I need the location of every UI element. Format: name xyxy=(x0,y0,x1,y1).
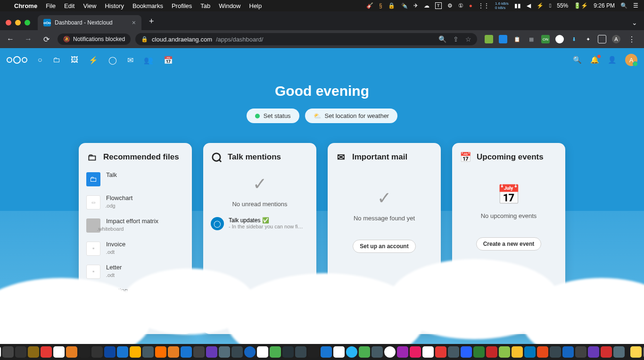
dock-app[interactable] xyxy=(575,346,586,358)
file-item[interactable]: ▭Flowchart.odg xyxy=(86,194,184,210)
dock-app[interactable] xyxy=(155,346,166,358)
sidepanel-icon[interactable] xyxy=(598,35,606,43)
dock-app[interactable] xyxy=(372,346,383,358)
nav-talk-icon[interactable]: ◯ xyxy=(108,56,117,65)
dock-app[interactable] xyxy=(473,346,485,358)
menubar-icon[interactable]: 🎸 xyxy=(366,2,373,9)
dock-app[interactable] xyxy=(53,346,65,358)
search-icon[interactable]: 🔍 xyxy=(573,56,582,64)
file-item[interactable]: Impact effort matrix.whiteboard xyxy=(86,218,184,233)
dock-app[interactable] xyxy=(613,346,625,358)
setup-account-button[interactable]: Set up an account xyxy=(353,240,415,253)
cloud-icon[interactable]: ☁ xyxy=(424,2,429,9)
dock-app[interactable] xyxy=(422,346,434,358)
nav-dashboard-icon[interactable]: ○ xyxy=(38,56,42,65)
dock-app[interactable] xyxy=(181,346,192,358)
dock-app[interactable] xyxy=(461,346,472,358)
set-status-button[interactable]: Set status xyxy=(247,109,299,123)
dock-app[interactable] xyxy=(321,346,332,358)
extension-icon[interactable] xyxy=(499,35,507,43)
dock-app[interactable] xyxy=(130,346,141,358)
contacts-menu-icon[interactable]: 👤 xyxy=(608,56,617,64)
dock-chrome[interactable] xyxy=(384,346,396,358)
menubar-icon[interactable]: ● xyxy=(469,2,472,9)
nav-calendar-icon[interactable]: 📅 xyxy=(164,56,173,65)
menubar-icon[interactable]: § xyxy=(379,2,382,9)
wifi-icon[interactable]: 􀙇 xyxy=(549,2,551,9)
menu-view[interactable]: View xyxy=(83,2,96,9)
dock-app[interactable] xyxy=(206,346,217,358)
dock-app[interactable] xyxy=(359,346,370,358)
nav-activity-icon[interactable]: ⚡ xyxy=(89,56,98,65)
nav-photos-icon[interactable]: 🖼 xyxy=(71,56,78,65)
profile-avatar[interactable]: A xyxy=(612,35,620,43)
dock-app[interactable] xyxy=(142,346,154,358)
spotlight-icon[interactable]: 🔍 xyxy=(620,2,627,9)
dock-app[interactable] xyxy=(79,346,90,358)
set-weather-button[interactable]: ⛅ Set location for weather xyxy=(305,109,398,123)
extension-icon[interactable]: 📋 xyxy=(513,35,521,43)
forward-button[interactable]: → xyxy=(22,35,35,43)
dock-app[interactable] xyxy=(397,346,408,358)
dock-app[interactable] xyxy=(346,346,357,358)
menu-tab[interactable]: Tab xyxy=(200,2,210,9)
dock-app[interactable] xyxy=(66,346,77,358)
lock-icon[interactable]: 🔒 xyxy=(388,2,395,9)
menu-bookmarks[interactable]: Bookmarks xyxy=(132,2,163,9)
nav-mail-icon[interactable]: ✉ xyxy=(127,56,133,65)
menubar-icon[interactable]: ① xyxy=(458,2,463,9)
menubar-icon[interactable]: ✒️ xyxy=(401,2,408,9)
dock-app[interactable] xyxy=(562,346,574,358)
extension-icon[interactable] xyxy=(555,35,564,43)
dock-app[interactable] xyxy=(333,346,345,358)
dock-app[interactable] xyxy=(231,346,243,358)
dock-finder[interactable] xyxy=(0,346,1,358)
address-bar[interactable]: 🔒 cloud.andraelang.com/apps/dashboard/ 🔍… xyxy=(135,33,477,45)
extensions-menu-icon[interactable]: ✦ xyxy=(584,35,592,43)
user-avatar[interactable]: A xyxy=(625,54,637,66)
dock-app[interactable] xyxy=(28,346,39,358)
back-button[interactable]: ← xyxy=(4,35,17,43)
dock-app[interactable] xyxy=(486,346,497,358)
dock-app[interactable] xyxy=(41,346,52,358)
menu-profiles[interactable]: Profiles xyxy=(172,2,192,9)
dock-app[interactable] xyxy=(630,346,642,358)
menubar-icon[interactable]: ⋮⋮ xyxy=(478,2,489,9)
window-maximize[interactable] xyxy=(25,20,30,25)
file-item[interactable]: 🗀Talk xyxy=(86,171,184,187)
file-item[interactable]: 🔀Mindmap.odg xyxy=(86,310,184,326)
menu-edit[interactable]: Edit xyxy=(64,2,74,9)
browser-tab[interactable]: oOo Dashboard - Nextcloud × xyxy=(38,15,141,30)
dock-app[interactable] xyxy=(601,346,612,358)
dock-app[interactable] xyxy=(499,346,510,358)
dock-app[interactable] xyxy=(91,346,103,358)
dock-app[interactable] xyxy=(448,346,459,358)
dock-app[interactable] xyxy=(410,346,421,358)
talk-update-item[interactable]: ◯ Talk updates ✅ - In the sidebar you ca… xyxy=(211,217,309,230)
menubar-icon[interactable]: ▮▮ xyxy=(514,2,521,9)
nav-files-icon[interactable]: 🗀 xyxy=(53,56,60,65)
dock-app[interactable] xyxy=(193,346,205,358)
dock-app[interactable] xyxy=(537,346,548,358)
dock-app[interactable] xyxy=(282,346,294,358)
clock[interactable]: 9:26 PM xyxy=(594,2,615,9)
dock-app[interactable] xyxy=(588,346,599,358)
dock-app[interactable] xyxy=(117,346,128,358)
reload-button[interactable]: ⟳ xyxy=(40,35,53,44)
tabs-dropdown-icon[interactable]: ⌄ xyxy=(625,19,644,30)
extension-icon[interactable]: ▦ xyxy=(527,35,536,43)
dock-app[interactable] xyxy=(435,346,446,358)
menubar-icon[interactable]: T xyxy=(435,2,442,9)
file-item[interactable]: ≡Meeting notes.md xyxy=(86,287,184,302)
dock-app[interactable] xyxy=(257,346,268,358)
menu-help[interactable]: Help xyxy=(249,2,262,9)
dock-app[interactable] xyxy=(308,346,319,358)
extension-icon[interactable] xyxy=(485,35,493,43)
zoom-icon[interactable]: 🔍 xyxy=(438,35,446,43)
dock-app[interactable] xyxy=(104,346,116,358)
menubar-icon[interactable]: ⚙ xyxy=(447,2,453,9)
new-tab-button[interactable]: + xyxy=(144,17,159,30)
nextcloud-logo[interactable] xyxy=(7,56,27,64)
share-icon[interactable]: ⇪ xyxy=(453,35,459,43)
dock-app[interactable] xyxy=(270,346,281,358)
